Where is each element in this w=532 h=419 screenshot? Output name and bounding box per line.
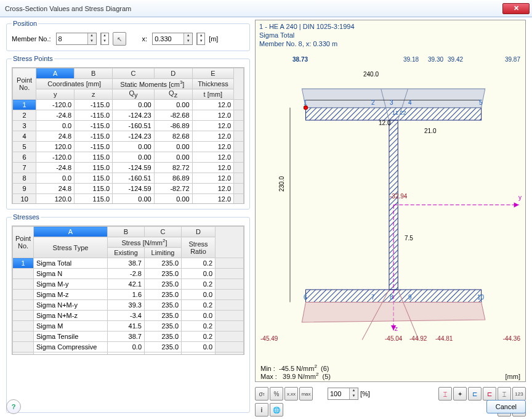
table-row[interactable]: Sigma M41.5235.00.2 [13, 321, 244, 332]
x-up[interactable]: ▲ [197, 33, 204, 39]
table-row[interactable]: 424.8-115.0-124.2382.6812.0 [13, 131, 244, 142]
table-row[interactable]: 924.8115.0-124.59-82.7212.0 [13, 184, 244, 194]
sigma-icon[interactable]: στ [255, 387, 268, 401]
position-group: Position Member No.: ▲▼ ▲▼ ↖ x: ▲▼ ▲▼ [m… [6, 20, 250, 51]
position-legend: Position [12, 20, 38, 27]
svg-marker-5 [514, 202, 519, 207]
table-row[interactable]: Sigma Tensile38.7235.00.2 [13, 332, 244, 342]
x-unit: [m] [209, 35, 218, 43]
table-row[interactable]: 2-24.8-115.0-124.23-82.6812.0 [13, 110, 244, 121]
table-row[interactable]: 5120.0-115.00.000.0012.0 [13, 142, 244, 152]
table-row[interactable]: 10120.0115.00.000.0012.0 [13, 194, 244, 205]
cross-section-diagram[interactable]: 1 - HE A 240 | DIN 1025-3:1994 Sigma Tot… [255, 20, 526, 382]
stresses-table[interactable]: Point No. A B C D Stress Type Stress [N/… [12, 226, 244, 355]
x-input[interactable]: ▲▼ [152, 33, 193, 45]
member-no-label: Member No.: [12, 35, 51, 43]
table-row[interactable]: Sigma N+M-y39.3235.00.2 [13, 300, 244, 311]
close-button[interactable]: ✕ [502, 3, 530, 14]
view-section2-icon[interactable]: ⌶ [498, 387, 511, 401]
view-points-icon[interactable]: ⊏ [483, 387, 496, 401]
table-row[interactable]: 30.0-115.0-160.51-86.8912.0 [13, 121, 244, 131]
view-numbers-icon[interactable]: 123 [512, 387, 526, 401]
values-icon[interactable]: x.xx [284, 387, 298, 401]
table-row[interactable]: Sigma Compressive0.0235.00.0 [13, 342, 244, 352]
diagram-stress: Sigma Total [259, 31, 522, 40]
table-row[interactable]: Sigma N-2.8235.00.0 [13, 269, 244, 279]
table-row[interactable]: Sigma Delta38.7 [13, 352, 244, 356]
table-row[interactable]: 6-120.0115.00.000.0012.0 [13, 152, 244, 163]
pick-member-icon[interactable]: ↖ [113, 32, 126, 46]
stress-points-legend: Stress Points [12, 55, 54, 62]
view-axes-icon[interactable]: ✦ [453, 387, 467, 401]
view-dims-icon[interactable]: ⊏ [468, 387, 482, 401]
member-up[interactable]: ▲ [101, 33, 108, 39]
table-row[interactable]: 1-120.0-115.00.000.0012.0 [13, 100, 244, 110]
stress-points-table[interactable]: Point No. A B C D E Coordinates [mm] Sta… [12, 67, 244, 204]
table-row[interactable]: Sigma N+M-z-3.4235.00.0 [13, 311, 244, 321]
stress-points-group: Stress Points Point No. A B C D E Coordi… [6, 55, 250, 210]
section-svg [256, 51, 525, 365]
table-row[interactable]: 7-24.8115.0-124.5982.7212.0 [13, 163, 244, 173]
table-row[interactable]: Sigma M-y42.1235.00.2 [13, 279, 244, 290]
x-label: x: [142, 35, 148, 43]
zoom-input[interactable]: ▲▼ [328, 388, 358, 400]
svg-point-16 [304, 106, 307, 110]
window-title: Cross-Section Values and Stress Diagram [5, 5, 502, 12]
stresses-group: Stresses Point No. A B C D Stress Type S… [6, 213, 250, 413]
help-button[interactable]: ? [6, 399, 21, 414]
table-row[interactable]: Sigma M-z1.6235.00.0 [13, 290, 244, 300]
stresses-legend: Stresses [12, 213, 41, 221]
cancel-button[interactable]: Cancel [486, 400, 526, 413]
diagram-section: 1 - HE A 240 | DIN 1025-3:1994 [259, 23, 522, 31]
member-down[interactable]: ▼ [101, 39, 108, 44]
max-icon[interactable]: max [299, 387, 313, 401]
x-down[interactable]: ▼ [197, 39, 204, 44]
percent-icon[interactable]: % [270, 387, 283, 401]
table-row[interactable]: 1Sigma Total38.7235.00.2 [13, 258, 244, 269]
diagram-member: Member No. 8, x: 0.330 m [259, 40, 522, 49]
svg-marker-11 [302, 302, 485, 322]
member-no-input[interactable]: ▲▼ [56, 33, 97, 45]
svg-marker-8 [302, 89, 485, 108]
table-row[interactable]: 80.0115.0-160.5186.8912.0 [13, 173, 244, 184]
view-section-icon[interactable]: ⌶ [438, 387, 452, 401]
